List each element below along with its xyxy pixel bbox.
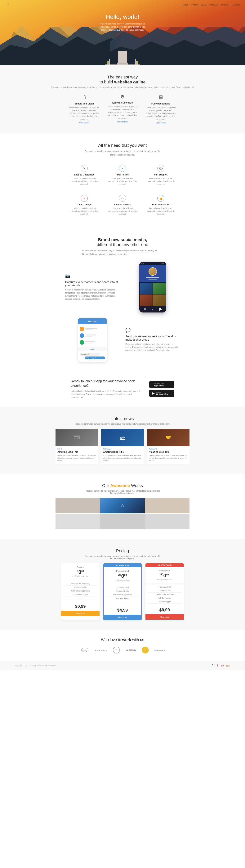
- news-img-2: 🎿: [101, 429, 144, 446]
- app-desc: Nullam id dolor id nibh ultricies vehicu…: [71, 390, 142, 399]
- feature-easy: ⚙ Easy to Customize Donec commodo cursus…: [107, 94, 138, 124]
- social-title-1: Capture every moments and share it to al…: [65, 280, 120, 287]
- feat-clean-icon: ✦: [81, 195, 88, 202]
- feat-support-title: Full Support: [146, 174, 175, 176]
- portfolio-item-5[interactable]: [100, 514, 145, 529]
- partner-6: company: [154, 649, 165, 651]
- pro-btn[interactable]: Buy Now: [104, 615, 141, 620]
- nav-home[interactable]: Home: [182, 4, 188, 6]
- portfolio-section: Our Awesome Works Praesent commodo cursu…: [0, 474, 245, 539]
- googleplay-label-small: Get it on: [156, 391, 168, 393]
- footer-rss[interactable]: rss: [226, 664, 230, 667]
- footer-instagram[interactable]: in: [217, 664, 219, 667]
- footer-social: f t in g+ rss: [212, 664, 230, 667]
- plan-enterprise-sub: Enterprise solutions: [148, 579, 181, 581]
- nav-pricing[interactable]: Pricing: [221, 4, 228, 6]
- news-sub: Praesent commodo cursus magna vel sceler…: [15, 423, 230, 425]
- news-excerpt-2: Lorem ipsum dolor sit amet consectetur a…: [103, 454, 142, 462]
- ent-feat-2: 1 Certified Free: [147, 589, 182, 593]
- feature-easy-link[interactable]: More details: [107, 121, 138, 123]
- feat-easy-desc: Lorem ipsum dolor sit amet consectetur a…: [70, 177, 99, 186]
- app-badges: Available on the App Store ▶ Get it on G…: [149, 381, 174, 397]
- ent-feat-4: 1.2. Certification: [147, 596, 182, 600]
- allneed-title: All the need that you want: [15, 143, 230, 148]
- pricing-sub: Praesent commodo cursus magna vel sceler…: [84, 555, 161, 560]
- feat-clean-desc: Lorem ipsum dolor sit amet consectetur a…: [70, 207, 99, 215]
- camera-icon: 📷: [65, 274, 120, 278]
- nav-profile[interactable]: Profile: [191, 4, 198, 6]
- footer-facebook[interactable]: f: [212, 664, 213, 667]
- feature-simple-link[interactable]: More details: [69, 122, 99, 124]
- feat-pixel-icon: +: [119, 165, 126, 172]
- feature-easy-title: Easy to Customize: [107, 101, 138, 104]
- pro-feat-5: —: [106, 600, 139, 604]
- feat-sass: 👍 Built with SASS Lorem ipsum dolor sit …: [144, 192, 178, 218]
- portfolio-item-1[interactable]: [56, 498, 100, 514]
- pricing-body-starter: 1 Domain (for beginners) Unlimited Traff…: [61, 580, 99, 602]
- news-card-2: 🎿 February 6 Amazing Blog Title Lorem ip…: [101, 429, 144, 464]
- feat-support: 💬 Full Support Lorem ipsum dolor sit ame…: [144, 162, 178, 188]
- news-body-3: February 6 Amazing Blog Title Lorem ipsu…: [147, 446, 189, 464]
- starter-btn[interactable]: Buy Now: [61, 611, 99, 616]
- googleplay-label-big: Google play: [156, 393, 168, 395]
- feat-support-desc: Lorem ipsum dolor sit amet consectetur a…: [146, 177, 175, 186]
- pricing-body-pro: 3 Domains (Pro) Unlimited Traffic Full P…: [104, 584, 141, 606]
- svg-text:company: company: [82, 649, 88, 651]
- simple-icon: ☽: [69, 94, 99, 100]
- portfolio-item-6[interactable]: [145, 514, 189, 529]
- nav-blog[interactable]: Blog: [202, 4, 206, 6]
- feat-ontime-title: Ontime Project: [108, 203, 137, 206]
- app-text: Ready to join our App for your advance s…: [71, 379, 142, 399]
- feat-support-icon: 💬: [157, 165, 164, 172]
- googleplay-badge[interactable]: ▶ Get it on Google play: [149, 390, 174, 397]
- starter-feat-4: 7 Customers support: [63, 593, 98, 596]
- social-title: Brand new social media, different than a…: [15, 237, 230, 247]
- footer-googleplus[interactable]: g+: [221, 664, 224, 667]
- pro-feat-3: Full Platform Application: [106, 593, 139, 597]
- portfolio-item-2[interactable]: ⬡: [100, 498, 145, 514]
- hero-subtitle: Praesent commodo cursus magna vel sceler…: [98, 22, 147, 32]
- appstore-badge[interactable]: Available on the App Store: [149, 381, 174, 388]
- news-date-3: February 6: [149, 448, 188, 450]
- nav-contact[interactable]: Contact: [232, 4, 240, 6]
- news-card-1: ⌨ Feb 6 Amazing Blog Title Lorem ipsum d…: [56, 429, 98, 464]
- feature-simple: ☽ Simple and Clean Donec commodo cursus …: [69, 94, 99, 124]
- footer-twitter[interactable]: t: [215, 664, 215, 667]
- plan-starter-name: Starter: [64, 566, 97, 568]
- google-icon: ▶: [152, 391, 155, 395]
- app-title: Ready to join our App for your advance s…: [71, 379, 142, 388]
- logo[interactable]: ☽: [5, 3, 9, 7]
- social-text-1: 📷 Capture every moments and share it to …: [65, 274, 120, 301]
- easiest-features: ☽ Simple and Clean Donec commodo cursus …: [15, 94, 230, 124]
- feature-responsive-link[interactable]: More details: [146, 122, 176, 124]
- news-card-3: 🤝 February 6 Amazing Blog Title Lorem ip…: [147, 429, 189, 464]
- easiest-sub: Praesent commodo cursus magna vel sceler…: [15, 86, 230, 88]
- app-download-section: Ready to join our App for your advance s…: [56, 371, 189, 407]
- feat-ontime-icon: ◻: [119, 195, 126, 202]
- social-phone-1: 9:41 ●●●: [125, 262, 180, 312]
- ent-feat-1: 7 Domains (Pro): [147, 585, 182, 589]
- feat-clean-title: Clean Design: [70, 203, 99, 206]
- allneed-sub: Praesent commodo cursus magna vel sceler…: [82, 150, 163, 157]
- partner-3: C: [113, 647, 120, 653]
- partners-section: Who love to work with us company company…: [0, 630, 245, 661]
- news-title-3: Amazing Blog Title: [149, 451, 188, 453]
- plan-enterprise-name: Enterprise: [148, 569, 181, 572]
- social-title-2: Send private messages to your friend or …: [125, 335, 180, 341]
- news-excerpt-3: Lorem ipsum dolor sit amet consectetur a…: [149, 454, 188, 462]
- ent-btn[interactable]: Buy Now: [146, 614, 184, 620]
- portfolio-item-4[interactable]: [56, 514, 100, 529]
- social-sub: Praesent commodo cursus magna vel sceler…: [82, 249, 163, 256]
- starter-feat-5: —: [63, 596, 98, 600]
- portfolio-item-3[interactable]: [145, 498, 189, 514]
- plan-pro-name: Professional: [106, 570, 139, 572]
- plan-pro-sub: Professional plans: [106, 579, 139, 581]
- social-phone-2: Messages: [65, 318, 120, 362]
- news-date-2: February 6: [103, 448, 142, 450]
- plan-enterprise-number: 50000: [148, 572, 181, 579]
- feat-pixel: + Pixel Perfect Lorem ipsum dolor sit am…: [105, 162, 140, 188]
- nav-portfolio[interactable]: Portfolio: [209, 4, 218, 6]
- feat-easy-icon: ✎: [81, 165, 88, 172]
- partner-2: company: [95, 649, 107, 651]
- social-text-2: 💬 Send private messages to your friend o…: [125, 328, 180, 352]
